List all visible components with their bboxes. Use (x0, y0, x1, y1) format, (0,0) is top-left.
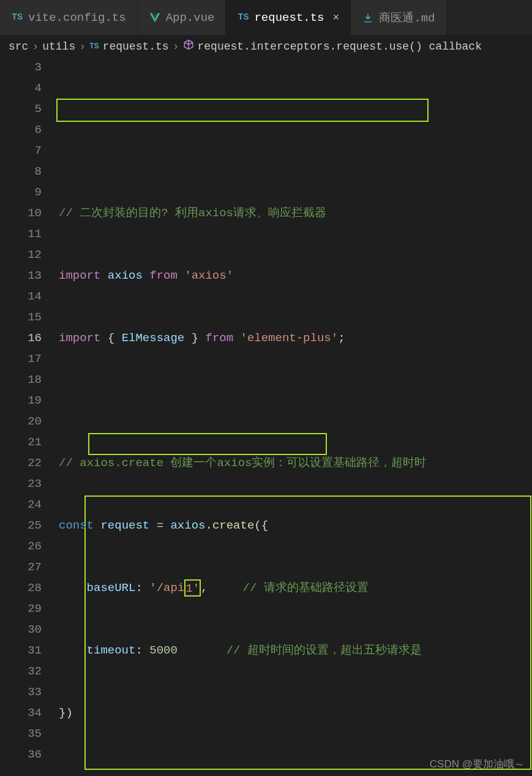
code-area[interactable]: // 二次封装的目的? 利用axios请求、响应拦截器 import axios… (59, 57, 532, 776)
line-number: 11 (0, 224, 42, 244)
highlight-box (88, 433, 327, 455)
line-number: 31 (0, 640, 42, 661)
line-number: 8 (0, 161, 42, 182)
highlight-box (56, 99, 429, 122)
ts-icon: TS (237, 12, 249, 24)
breadcrumb-src[interactable]: src (9, 40, 28, 53)
line-number: 36 (0, 744, 42, 765)
close-icon[interactable]: × (333, 12, 340, 24)
line-number: 21 (0, 432, 42, 453)
line-number: 22 (0, 453, 42, 473)
tab-markdown[interactable]: 商医通.md (351, 0, 446, 35)
line-number: 23 (0, 473, 42, 494)
line-number: 17 (0, 348, 42, 369)
line-number: 18 (0, 369, 42, 390)
line-number: 5 (0, 99, 42, 119)
code-comment: // 二次封装的目的? 利用axios请求、响应拦截器 (59, 206, 326, 220)
line-number: 19 (0, 390, 42, 411)
line-number: 29 (0, 598, 42, 619)
line-gutter: 3456789101112131415161718192021222324252… (0, 57, 59, 776)
download-icon (362, 12, 374, 24)
line-number: 10 (0, 203, 42, 224)
line-number: 20 (0, 411, 42, 432)
chevron-right-icon: › (173, 40, 179, 53)
line-number: 34 (0, 703, 42, 723)
line-number: 15 (0, 307, 42, 328)
chevron-right-icon: › (32, 40, 39, 53)
cube-icon (183, 39, 194, 53)
line-number: 14 (0, 286, 42, 307)
tab-label: 商医通.md (379, 10, 435, 26)
line-number: 33 (0, 682, 42, 703)
tab-vite-config[interactable]: TS vite.config.ts (0, 0, 138, 35)
line-number: 27 (0, 557, 42, 578)
breadcrumb: src › utils › TS request.ts › request.in… (0, 36, 532, 57)
line-number: 9 (0, 182, 42, 203)
tab-app-vue[interactable]: App.vue (138, 0, 227, 35)
breadcrumb-utils[interactable]: utils (42, 40, 75, 53)
line-number: 13 (0, 265, 42, 286)
code-editor[interactable]: 3456789101112131415161718192021222324252… (0, 57, 532, 776)
chevron-right-icon: › (79, 40, 86, 53)
ts-icon: TS (11, 12, 23, 24)
breadcrumb-file[interactable]: TS request.ts (89, 40, 169, 53)
line-number: 3 (0, 57, 42, 78)
breadcrumb-symbol[interactable]: request.interceptors.request.use() callb… (183, 39, 482, 53)
line-number: 7 (0, 140, 42, 161)
tab-label: App.vue (166, 11, 215, 24)
line-number: 35 (0, 723, 42, 744)
line-number: 32 (0, 661, 42, 682)
line-number: 25 (0, 515, 42, 536)
watermark: CSDN @要加油哦～ (430, 757, 525, 771)
line-number: 12 (0, 244, 42, 265)
line-number: 6 (0, 119, 42, 140)
line-number: 30 (0, 619, 42, 640)
tab-label: request.ts (254, 11, 324, 24)
tab-request-ts[interactable]: TS request.ts × (226, 0, 351, 35)
line-number: 26 (0, 536, 42, 557)
ts-icon: TS (89, 42, 99, 51)
line-number: 24 (0, 494, 42, 515)
line-number: 4 (0, 78, 42, 99)
tab-label: vite.config.ts (28, 11, 126, 24)
highlight-box (84, 495, 531, 770)
line-number: 28 (0, 578, 42, 598)
vue-icon (149, 12, 161, 24)
line-number: 16 (0, 328, 42, 348)
editor-tabs: TS vite.config.ts App.vue TS request.ts … (0, 0, 532, 36)
highlight-box: 1' (184, 579, 201, 597)
